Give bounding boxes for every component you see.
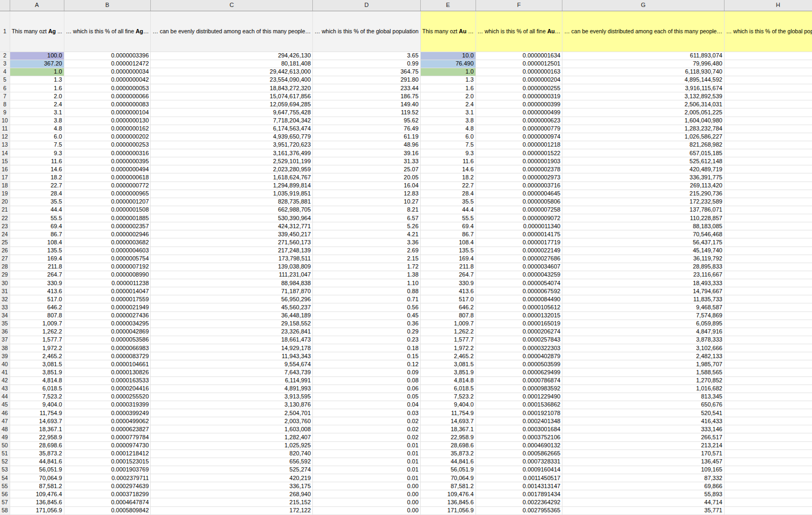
row-header-16[interactable]: 16 [0,165,10,173]
column-header-B[interactable]: B [64,0,151,11]
cell-F10: 0.0000000623 [476,117,562,125]
row-header-4[interactable]: 4 [0,68,10,76]
column-header-G[interactable]: G [562,0,725,11]
row-header-56[interactable]: 56 [0,490,10,498]
column-header-F[interactable]: F [476,0,562,11]
row-header-49[interactable]: 49 [0,433,10,441]
row-header-9[interactable]: 9 [0,108,10,117]
cell-A28: 211.8 [10,263,64,271]
cell-G48: 333,146 [562,425,725,433]
cell-F23: 0.0000011340 [476,222,562,230]
cell-H10: 19.87 [724,117,812,125]
row-header-46[interactable]: 46 [0,409,10,417]
row-header-27[interactable]: 27 [0,255,10,263]
row-header-23[interactable]: 23 [0,222,10,230]
cell-E22: 55.5 [420,214,476,222]
column-header-H[interactable]: H [724,0,812,11]
row-header-21[interactable]: 21 [0,206,10,214]
row-header-43[interactable]: 43 [0,385,10,393]
row-header-55[interactable]: 55 [0,482,10,490]
row-header-22[interactable]: 22 [0,214,10,222]
row-header-57[interactable]: 57 [0,498,10,506]
row-header-48[interactable]: 48 [0,425,10,433]
row-header-10[interactable]: 10 [0,117,10,125]
column-header-A[interactable]: A [10,0,64,11]
cell-C35: 29,158,552 [151,320,313,328]
row-header-28[interactable]: 28 [0,263,10,271]
row-header-54[interactable]: 54 [0,474,10,482]
cell-G25: 56,437,175 [562,238,725,246]
cell-A22: 55.5 [10,214,64,222]
row-header-52[interactable]: 52 [0,458,10,466]
row-header-45[interactable]: 45 [0,401,10,409]
cell-F20: 0.0000005806 [476,198,562,206]
row-header-2[interactable]: 2 [0,52,10,60]
cell-G21: 137,786,071 [562,206,725,214]
cell-H8: 31.05 [724,100,812,108]
cell-A43: 6,018.5 [10,385,64,393]
row-header-29[interactable]: 29 [0,271,10,279]
cell-F44: 0.0001229490 [476,393,562,401]
row-header-36[interactable]: 36 [0,328,10,336]
row-header-14[interactable]: 14 [0,149,10,157]
row-header-39[interactable]: 39 [0,352,10,360]
row-header-34[interactable]: 34 [0,311,10,320]
cell-D31: 0.88 [313,287,421,295]
row-header-26[interactable]: 26 [0,246,10,255]
row-header-41[interactable]: 41 [0,368,10,376]
row-header-19[interactable]: 19 [0,190,10,198]
cell-F5: 0.0000000204 [476,76,562,84]
row-header-51[interactable]: 51 [0,449,10,458]
row-header-12[interactable]: 12 [0,133,10,141]
row-header-20[interactable]: 20 [0,198,10,206]
cell-D42: 0.08 [313,376,421,385]
row-header-44[interactable]: 44 [0,393,10,401]
row-header-32[interactable]: 32 [0,295,10,303]
cell-A3: 367.20 [10,60,64,68]
row-header-18[interactable]: 18 [0,182,10,190]
select-all-corner[interactable] [0,0,10,11]
cell-E50: 28,698.6 [420,441,476,449]
row-header-25[interactable]: 25 [0,238,10,246]
row-header-53[interactable]: 53 [0,466,10,474]
cell-C13: 3,951,720,623 [151,141,313,149]
row-header-42[interactable]: 42 [0,376,10,385]
cell-C22: 530,390,964 [151,214,313,222]
row-header-6[interactable]: 6 [0,84,10,92]
row-header-33[interactable]: 33 [0,303,10,311]
row-header-58[interactable]: 58 [0,506,10,514]
cell-G41: 1,588,565 [562,368,725,376]
column-header-C[interactable]: C [151,0,313,11]
row-header-47[interactable]: 47 [0,417,10,425]
row-header-15[interactable]: 15 [0,157,10,165]
row-header-3[interactable]: 3 [0,60,10,68]
cell-H36: 0.06 [724,328,812,336]
column-header-D[interactable]: D [313,0,421,11]
row-header-24[interactable]: 24 [0,230,10,238]
cell-F29: 0.0000043259 [476,271,562,279]
row-header-37[interactable]: 37 [0,336,10,344]
row-header-5[interactable]: 5 [0,76,10,84]
cell-H27: 0.45 [724,255,812,263]
row-header-1[interactable]: 1 [0,11,10,52]
row-header-50[interactable]: 50 [0,441,10,449]
row-header-30[interactable]: 30 [0,279,10,287]
row-header-35[interactable]: 35 [0,320,10,328]
row-header-8[interactable]: 8 [0,100,10,108]
cell-C10: 7,718,204,342 [151,117,313,125]
cell-C55: 336,175 [151,482,313,490]
row-header-7[interactable]: 7 [0,92,10,100]
row-header-31[interactable]: 31 [0,287,10,295]
cell-D8: 149.40 [313,100,421,108]
row-header-38[interactable]: 38 [0,344,10,352]
row-header-13[interactable]: 13 [0,141,10,149]
row-header-11[interactable]: 11 [0,125,10,133]
cell-B28: 0.0000007192 [64,263,151,271]
cell-C44: 3,913,595 [151,393,313,401]
cell-B42: 0.0000163533 [64,376,151,385]
cell-B36: 0.0000042869 [64,328,151,336]
row-header-40[interactable]: 40 [0,360,10,368]
cell-E21: 44.4 [420,206,476,214]
row-header-17[interactable]: 17 [0,173,10,182]
column-header-E[interactable]: E [420,0,476,11]
